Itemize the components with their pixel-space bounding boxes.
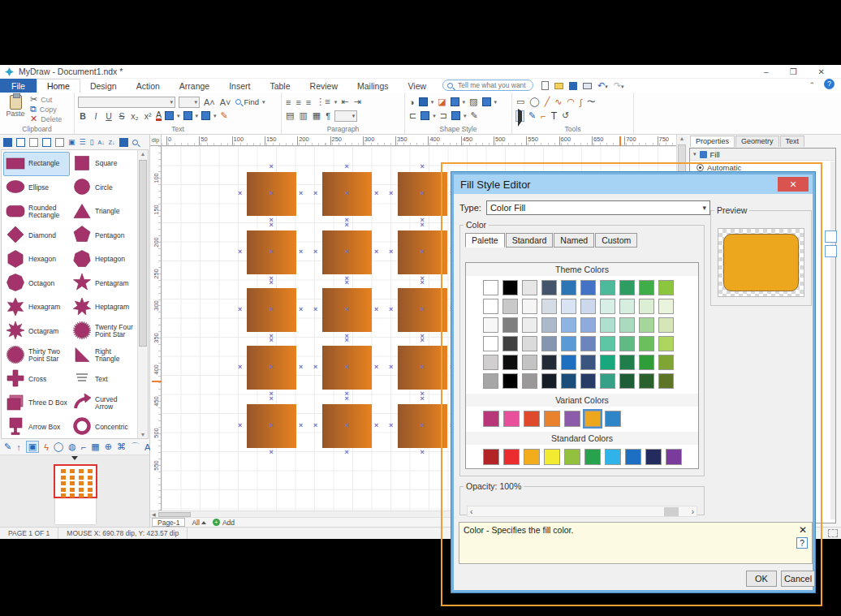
shape-item-thirty-two-point-star[interactable]: Thirty Two Point Star: [3, 343, 70, 368]
shape-item-cross[interactable]: Cross: [3, 368, 70, 392]
theme-color-swatch[interactable]: [658, 373, 674, 389]
shrink-font-icon[interactable]: A˅: [219, 97, 232, 107]
shape-item-square[interactable]: Square: [70, 152, 136, 176]
image-insert-icon[interactable]: ▦: [91, 442, 99, 452]
line-tool-icon[interactable]: ╱: [544, 97, 551, 107]
strikethrough-button[interactable]: S: [117, 111, 127, 121]
theme-color-swatch[interactable]: [561, 355, 576, 370]
theme-color-swatch[interactable]: [541, 373, 557, 389]
menu-tab-insert[interactable]: Insert: [219, 79, 260, 93]
canvas-rectangle-shape[interactable]: ×××××: [322, 172, 372, 216]
large-icons-view-icon[interactable]: ▣: [68, 138, 75, 147]
superscript-button[interactable]: x²: [143, 111, 153, 121]
shape-item-three-d-box[interactable]: Three D Box: [3, 391, 70, 416]
theme-color-swatch[interactable]: [561, 317, 576, 333]
navigator-viewport[interactable]: [54, 464, 97, 498]
menu-tab-home[interactable]: Home: [37, 79, 80, 93]
help-question-button[interactable]: ?: [796, 537, 808, 549]
library-search-icon[interactable]: [132, 140, 138, 145]
stroke-settings-icon[interactable]: [420, 111, 429, 120]
shape-item-rectangle[interactable]: Rectangle: [3, 152, 70, 176]
canvas-rectangle-shape[interactable]: ×××××: [322, 404, 372, 448]
canvas-rectangle-shape[interactable]: ×××××: [322, 230, 372, 274]
panel-tab-text[interactable]: Text: [780, 136, 805, 147]
shadow-icon[interactable]: ▨: [468, 97, 478, 107]
standard-color-swatch[interactable]: [483, 449, 499, 465]
minimize-button[interactable]: –: [764, 67, 769, 76]
library-icon[interactable]: [3, 138, 12, 147]
theme-color-swatch[interactable]: [580, 280, 596, 295]
save-library-icon[interactable]: [42, 138, 51, 147]
shape-item-heptagon[interactable]: Heptagon: [70, 248, 136, 272]
shape-item-text[interactable]: Text: [70, 368, 136, 392]
settings-tool-icon[interactable]: ⌘: [117, 442, 126, 452]
theme-color-swatch[interactable]: [541, 317, 557, 333]
text-stroke-style-icon[interactable]: [183, 111, 192, 120]
underline-button[interactable]: U: [104, 111, 114, 121]
paste-button[interactable]: Paste: [3, 95, 28, 123]
automatic-radio[interactable]: [697, 164, 704, 171]
opacity-increase-icon[interactable]: ›: [692, 506, 694, 517]
shape-item-pentagon[interactable]: Pentagon: [70, 224, 136, 248]
format-brush-icon[interactable]: ✎: [220, 110, 229, 121]
shape-item-hexagon[interactable]: Hexagon: [3, 248, 70, 272]
variant-color-swatch[interactable]: [605, 411, 621, 427]
theme-color-swatch[interactable]: [639, 317, 654, 333]
theme-color-swatch[interactable]: [541, 336, 557, 351]
variant-color-swatch[interactable]: [524, 411, 540, 427]
canvas-rectangle-shape[interactable]: ×××××: [322, 288, 372, 332]
new-document-icon[interactable]: [541, 81, 549, 90]
shape-item-curved-arrow[interactable]: Curved Arrow: [70, 391, 136, 416]
theme-color-swatch[interactable]: [502, 317, 518, 333]
theme-color-swatch[interactable]: [580, 373, 596, 389]
shape-item-octagram[interactable]: Octagram: [3, 320, 70, 344]
align-right-icon[interactable]: ≡: [305, 97, 312, 107]
font-color-button[interactable]: A: [156, 110, 162, 121]
canvas-rectangle-shape[interactable]: ×××××: [398, 288, 447, 332]
panel-tab-geometry[interactable]: Geometry: [735, 136, 779, 147]
curve-tool-icon[interactable]: ʃ: [579, 97, 582, 107]
menu-tab-file[interactable]: File: [0, 79, 37, 93]
fill-settings-icon[interactable]: [451, 97, 459, 106]
copy-button[interactable]: ⧉Copy: [29, 105, 62, 114]
theme-color-swatch[interactable]: [600, 280, 615, 295]
italic-button[interactable]: I: [91, 111, 101, 121]
variant-color-swatch[interactable]: [503, 411, 520, 427]
font-size-combo[interactable]: ▾: [179, 97, 200, 108]
connector-tool-icon[interactable]: ⌐: [540, 111, 546, 121]
standard-color-swatch[interactable]: [605, 449, 621, 465]
theme-color-swatch[interactable]: [619, 299, 635, 314]
shape-item-concentric[interactable]: Concentric: [70, 416, 136, 440]
text-fill-style-icon[interactable]: [165, 111, 174, 120]
delete-button[interactable]: ✕Delete: [29, 114, 62, 123]
theme-color-swatch[interactable]: [483, 299, 498, 314]
theme-color-swatch[interactable]: [639, 355, 654, 370]
standard-color-swatch[interactable]: [564, 449, 580, 465]
canvas-rectangle-shape[interactable]: ×××××: [398, 346, 447, 390]
canvas-rectangle-shape[interactable]: ×××××: [247, 172, 296, 216]
theme-color-swatch[interactable]: [580, 317, 596, 333]
dash-settings-icon[interactable]: [451, 111, 460, 120]
menu-tab-arrange[interactable]: Arrange: [170, 79, 219, 93]
theme-color-swatch[interactable]: [541, 280, 557, 295]
theme-color-swatch[interactable]: [639, 280, 654, 295]
theme-color-swatch[interactable]: [541, 299, 557, 314]
shape-item-triangle[interactable]: Triangle: [70, 200, 136, 224]
fit-page-icon[interactable]: [828, 529, 838, 537]
shape-item-hexagram[interactable]: Hexagram: [3, 295, 70, 320]
theme-color-swatch[interactable]: [639, 299, 654, 314]
canvas-scroll-up-icon[interactable]: ▲: [677, 136, 687, 141]
theme-color-swatch[interactable]: [561, 336, 576, 351]
theme-color-swatch[interactable]: [580, 299, 596, 314]
freeform-tool-icon[interactable]: 〜: [586, 96, 597, 108]
ok-button[interactable]: OK: [746, 571, 777, 587]
cancel-button[interactable]: Cancel: [781, 571, 815, 587]
theme-color-swatch[interactable]: [658, 355, 674, 370]
theme-color-swatch[interactable]: [561, 280, 576, 295]
panel-spin-down[interactable]: [825, 245, 837, 257]
opacity-slider[interactable]: ‹ ›: [467, 506, 697, 517]
theme-color-swatch[interactable]: [639, 336, 654, 351]
align-center-icon[interactable]: ≡: [295, 97, 301, 107]
sort-az-icon[interactable]: A↓: [98, 138, 105, 147]
theme-color-swatch[interactable]: [658, 280, 674, 295]
